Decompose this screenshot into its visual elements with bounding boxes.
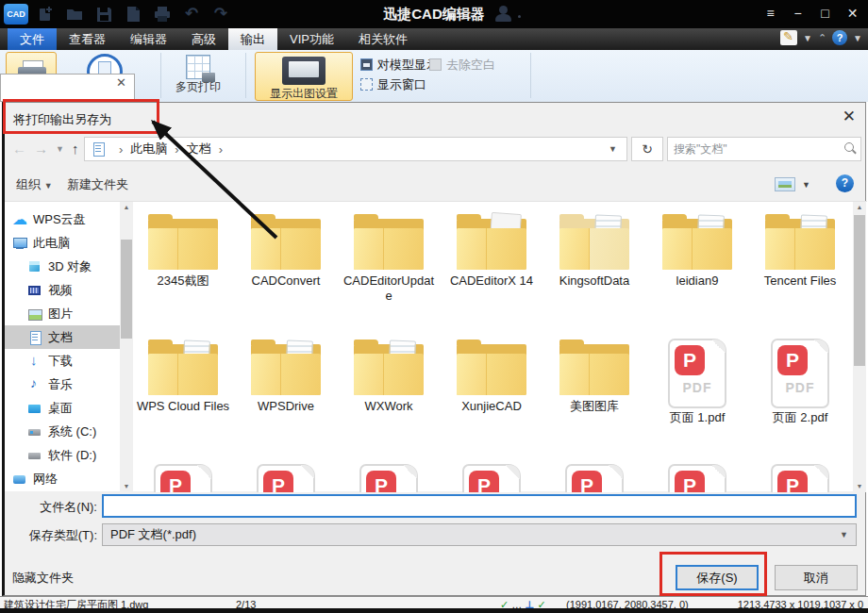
file-item-clipped[interactable]: PPDF [545, 460, 643, 492]
file-item[interactable]: WPSDrive [237, 335, 335, 460]
file-item[interactable]: WPS Cloud Files [134, 335, 232, 460]
file-item[interactable]: WXWork [340, 335, 438, 460]
sidebar-item-label: 文档 [48, 329, 73, 346]
view-mode-icon[interactable] [775, 177, 795, 191]
annotate-dropdown-icon[interactable]: ▼ [803, 33, 812, 43]
organize-button[interactable]: 组织 ▼ [16, 176, 53, 193]
save-button[interactable]: 保存(S) [676, 565, 759, 590]
file-item-clipped[interactable]: PPDF [751, 460, 849, 492]
sidebar-item[interactable]: 图片 [5, 302, 120, 325]
plot-settings-button[interactable]: 显示出图设置 [255, 52, 353, 101]
dialog-close-icon[interactable]: ✕ [843, 107, 856, 126]
scroll-down-icon[interactable]: ▼ [120, 481, 133, 492]
back-button[interactable]: ← [12, 141, 26, 157]
file-name: WPS Cloud Files [134, 399, 232, 414]
file-item[interactable]: CADEditorUpdate [340, 209, 438, 335]
folder-icon [248, 213, 324, 272]
sidebar-item[interactable]: 网络 [5, 467, 120, 490]
save-icon[interactable] [94, 4, 113, 25]
menu-tab[interactable]: VIP功能 [277, 28, 346, 50]
file-item-clipped[interactable]: PPDF [340, 460, 438, 492]
open-folder-icon[interactable] [65, 4, 84, 25]
popup-close-icon[interactable]: ✕ [116, 75, 126, 90]
file-item[interactable]: PPDF页面 2.pdf [751, 335, 849, 460]
pdf-file-icon: PPDF [462, 464, 521, 492]
cancel-button[interactable]: 取消 [775, 565, 858, 590]
annotate-icon[interactable] [780, 30, 797, 45]
file-item-clipped[interactable]: PPDF [648, 460, 746, 492]
menu-tab[interactable]: 相关软件 [346, 28, 420, 50]
dialog-help-icon[interactable]: ? [836, 174, 854, 192]
refresh-button[interactable]: ↻ [631, 137, 663, 161]
cad-logo-icon[interactable]: CAD [4, 4, 28, 25]
filename-input[interactable] [102, 494, 857, 518]
file-name: CADConvert [237, 273, 335, 289]
recent-locations-icon[interactable]: ▼ [56, 144, 64, 154]
sidebar-item[interactable]: WPS云盘 [5, 207, 120, 231]
savetype-select[interactable]: PDF 文档(*.pdf) ▼ [102, 523, 857, 546]
undo-icon[interactable]: ↶ [182, 4, 201, 25]
file-name: Tencent Files [751, 273, 849, 289]
redo-icon[interactable]: ↷ [211, 4, 230, 25]
file-item[interactable]: Tencent Files [751, 209, 849, 335]
sidebar-item[interactable]: 下载 [5, 349, 120, 373]
sidebar-item[interactable]: 此电脑 [5, 231, 120, 255]
search-input[interactable] [668, 142, 842, 156]
address-bar[interactable]: › 此电脑 › 文档 › ▼ [84, 137, 627, 161]
file-item-clipped[interactable]: PPDF [237, 460, 335, 492]
menu-icon[interactable]: ≡ [757, 0, 784, 28]
sidebar-item[interactable]: 系统 (C:) [5, 420, 120, 443]
file-item[interactable]: 2345截图 [134, 209, 232, 335]
sidebar-item[interactable]: 3D 对象 [5, 255, 120, 278]
menu-tab[interactable]: 文件 [8, 28, 57, 50]
maximize-icon[interactable]: □ [811, 0, 839, 28]
menu-tab[interactable]: 输出 [228, 28, 277, 50]
file-item[interactable]: CADEditorX 14 [442, 209, 541, 335]
pdf-export-icon[interactable] [124, 4, 142, 25]
sidebar-item[interactable]: 桌面 [5, 396, 120, 420]
breadcrumb-documents[interactable]: 文档 [187, 141, 211, 157]
scroll-up-icon[interactable]: ▲ [120, 202, 133, 213]
view-mode-dropdown-icon[interactable]: ▼ [802, 180, 810, 190]
help-dropdown-icon[interactable]: ▼ [853, 33, 862, 43]
help-icon[interactable]: ? [832, 30, 847, 45]
checkbox-display-window[interactable]: 显示窗口 [360, 75, 439, 94]
sidebar-item[interactable]: 文档 [5, 325, 120, 349]
file-item-clipped[interactable]: PPDF [442, 460, 541, 492]
file-item[interactable]: PPDF页面 1.pdf [648, 335, 746, 460]
checkbox-display-to-model[interactable]: 对模型显示 [360, 55, 439, 75]
pdf-badge-icon: P [469, 471, 499, 492]
file-item[interactable]: leidian9 [648, 209, 746, 335]
file-item[interactable]: KingsoftData [545, 209, 643, 335]
folder-icon [659, 213, 735, 272]
menu-tab[interactable]: 编辑器 [118, 28, 179, 50]
sidebar-scrollbar[interactable]: ▲ ▼ [120, 202, 133, 492]
up-button[interactable]: ↑ [72, 141, 79, 157]
menu-tab[interactable]: 高级 [179, 28, 228, 50]
multi-page-print-button[interactable]: 多页打印 [168, 52, 228, 101]
breadcrumb-this-pc[interactable]: 此电脑 [130, 141, 167, 157]
address-dropdown-icon[interactable]: ▼ [609, 144, 621, 154]
hide-folders-button[interactable]: 隐藏文件夹 [12, 570, 74, 587]
scroll-up-icon[interactable]: ▲ [853, 202, 866, 213]
grid-scrollbar[interactable]: ▲ ▼ [853, 202, 866, 492]
collapse-ribbon-icon[interactable]: ⌃ [818, 32, 826, 44]
scroll-down-icon[interactable]: ▼ [853, 481, 866, 492]
search-box[interactable] [667, 137, 861, 161]
sidebar-item[interactable]: 视频 [5, 278, 120, 302]
new-file-icon[interactable] [36, 4, 55, 25]
new-folder-button[interactable]: 新建文件夹 [67, 176, 128, 193]
minimize-icon[interactable]: − [784, 0, 811, 28]
sidebar-item[interactable]: 软件 (D:) [5, 443, 120, 467]
file-item[interactable]: CADConvert [237, 209, 335, 335]
file-item[interactable]: 美图图库 [545, 335, 643, 460]
print-icon[interactable] [153, 4, 172, 25]
forward-button[interactable]: → [34, 141, 48, 157]
file-item[interactable]: XunjieCAD [442, 335, 541, 460]
close-icon[interactable]: ✕ [839, 0, 866, 28]
chevron-icon: › [171, 142, 182, 157]
sidebar-item[interactable]: 音乐 [5, 373, 120, 396]
file-item-clipped[interactable]: PPDF [134, 460, 232, 492]
user-account-icon[interactable] [494, 6, 513, 23]
menu-tab[interactable]: 查看器 [57, 28, 118, 50]
